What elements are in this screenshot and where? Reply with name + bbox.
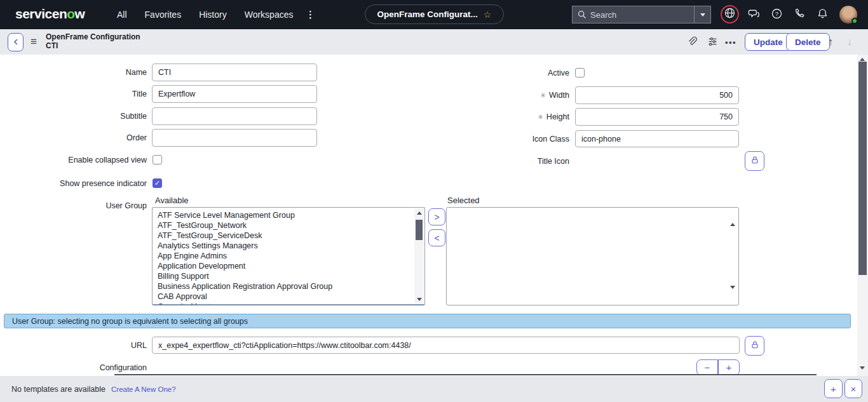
page-scrollbar[interactable]: [857, 55, 868, 376]
available-group-item[interactable]: App Engine Admins: [153, 251, 414, 261]
enable-collapsed-view-label: Enable collapsed view: [25, 155, 147, 164]
move-left-button[interactable]: <: [428, 229, 445, 246]
favorite-star-icon[interactable]: ☆: [484, 10, 492, 20]
configuration-plus-button[interactable]: +: [718, 359, 740, 375]
nav-item-all[interactable]: All: [117, 10, 127, 20]
help-button[interactable]: ?: [770, 8, 783, 21]
search-scope-dropdown[interactable]: [694, 6, 710, 23]
previous-record-arrow[interactable]: ↑: [828, 33, 833, 51]
active-checkbox[interactable]: ✓: [575, 68, 585, 77]
available-group-item[interactable]: Billing Support: [153, 271, 414, 281]
form-context-menu-icon[interactable]: ≡: [31, 32, 37, 51]
svg-text:?: ?: [775, 10, 778, 17]
available-group-item[interactable]: CAB Approval: [153, 291, 414, 302]
notifications-button[interactable]: [816, 8, 829, 21]
width-input[interactable]: [575, 86, 739, 104]
search-icon: [578, 10, 587, 19]
phone-icon: [794, 8, 805, 22]
configuration-section-divider: [114, 374, 817, 375]
servicenow-logo[interactable]: servicenow: [15, 6, 85, 22]
nav-item-history[interactable]: History: [199, 10, 227, 20]
nav-overflow-menu-icon[interactable]: ⋮: [306, 0, 315, 29]
open-record-pill[interactable]: OpenFrame Configurat... ☆: [365, 4, 504, 24]
back-button[interactable]: [8, 33, 24, 51]
bell-icon: [817, 8, 829, 22]
move-right-button[interactable]: >: [428, 208, 445, 225]
paperclip-icon: [687, 36, 698, 50]
add-template-button[interactable]: +: [824, 379, 843, 398]
title-icon-label: Title Icon: [445, 156, 569, 166]
available-group-item[interactable]: Business Application Registration Approv…: [153, 281, 414, 291]
available-listbox-scrollbar[interactable]: [414, 208, 424, 304]
url-lock-button[interactable]: [745, 336, 764, 356]
phone-button[interactable]: [793, 8, 806, 21]
configuration-stepper: − +: [696, 359, 740, 375]
enable-collapsed-view-checkbox[interactable]: ✓: [153, 155, 162, 164]
personalize-form-button[interactable]: [707, 37, 718, 48]
mandatory-icon: ✳: [540, 91, 546, 100]
available-group-item[interactable]: Capacity Mgmt: [153, 302, 414, 304]
name-label: Name: [38, 64, 147, 81]
width-label-text: Width: [549, 91, 569, 100]
scroll-up-arrow-icon[interactable]: [730, 212, 735, 224]
name-input[interactable]: [152, 64, 317, 81]
available-heading: Available: [155, 196, 189, 205]
scrollbar-thumb[interactable]: [858, 62, 867, 275]
nav-item-favorites[interactable]: Favorites: [145, 10, 182, 20]
attachment-button[interactable]: [686, 37, 698, 48]
help-icon: ?: [771, 8, 783, 22]
logo-text: w: [75, 6, 85, 21]
lock-icon: [750, 155, 760, 168]
nav-item-workspaces[interactable]: Workspaces: [245, 10, 294, 20]
order-input[interactable]: [152, 129, 317, 147]
scroll-up-arrow-icon[interactable]: [860, 58, 865, 61]
close-templates-button[interactable]: ×: [844, 379, 862, 398]
scroll-down-arrow-icon[interactable]: [730, 289, 735, 300]
connect-chat-button[interactable]: [747, 8, 760, 21]
icon-class-label: Icon Class: [445, 130, 569, 147]
create-new-template-link[interactable]: Create A New One?: [111, 385, 176, 393]
height-label-text: Height: [546, 112, 569, 121]
form-title-table: OpenFrame Configuration: [46, 32, 140, 41]
chevron-down-icon: [700, 13, 705, 17]
scrollbar-thumb[interactable]: [416, 220, 423, 240]
info-message-bar: User Group: selecting no group is equiva…: [4, 314, 851, 328]
width-label: ✳Width: [445, 86, 569, 104]
title-input[interactable]: [152, 85, 317, 103]
subtitle-input[interactable]: [152, 107, 317, 125]
url-input[interactable]: [152, 337, 740, 354]
delete-button[interactable]: Delete: [786, 33, 830, 51]
available-group-item[interactable]: ATF_TestGroup_ServiceDesk: [153, 231, 414, 241]
scroll-down-arrow-icon[interactable]: [414, 295, 424, 304]
top-nav-bar: servicenow All Favorites History Workspa…: [0, 0, 868, 29]
available-group-item[interactable]: Application Development: [153, 261, 414, 271]
form-title-record: CTI: [46, 41, 140, 50]
configuration-minus-button[interactable]: −: [696, 359, 718, 375]
sliders-icon: [707, 36, 718, 50]
scroll-down-arrow-icon[interactable]: [860, 366, 865, 370]
available-group-item[interactable]: Analytics Settings Managers: [153, 241, 414, 251]
subtitle-label: Subtitle: [38, 107, 147, 125]
icon-class-input[interactable]: [575, 130, 739, 147]
search-input[interactable]: [587, 10, 694, 20]
selected-groups-listbox[interactable]: [446, 207, 739, 305]
mandatory-icon: ✳: [538, 113, 543, 121]
chat-icon: [748, 8, 760, 22]
update-button[interactable]: Update: [745, 33, 792, 51]
main-nav: All Favorites History Workspaces: [117, 0, 293, 29]
no-templates-message: No templates are available: [11, 385, 105, 394]
info-message-text: User Group: selecting no group is equiva…: [12, 317, 248, 326]
globe-icon: [724, 7, 736, 22]
available-groups-listbox[interactable]: ATF Service Level Management GroupATF_Te…: [152, 207, 425, 305]
more-actions-icon[interactable]: •••: [725, 33, 736, 51]
active-label: Active: [445, 68, 569, 77]
language-globe-button[interactable]: [721, 5, 739, 23]
show-presence-indicator-checkbox[interactable]: ✓: [153, 178, 162, 188]
scroll-up-arrow-icon[interactable]: [414, 208, 424, 217]
user-avatar[interactable]: [839, 6, 857, 23]
available-group-item[interactable]: ATF Service Level Management Group: [153, 210, 414, 220]
global-search: [572, 6, 711, 23]
title-icon-lock-button[interactable]: [745, 151, 764, 171]
height-input[interactable]: [575, 108, 739, 126]
available-group-item[interactable]: ATF_TestGroup_Network: [153, 220, 414, 231]
